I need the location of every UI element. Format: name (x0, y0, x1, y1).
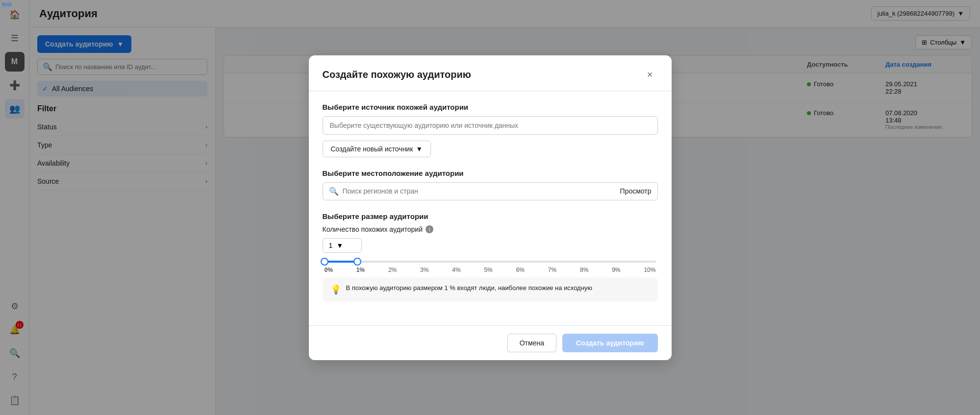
slider-label-5: 5% (484, 267, 492, 273)
size-section-label: Выберите размер аудитории (323, 212, 658, 220)
count-dropdown[interactable]: 1 ▼ (323, 238, 362, 253)
slider-label-4: 4% (452, 267, 460, 273)
slider-label-7: 7% (548, 267, 556, 273)
modal-title: Создайте похожую аудиторию (323, 69, 471, 80)
modal-body: Выберите источник похожей аудитории Созд… (309, 91, 672, 325)
modal-header: Создайте похожую аудиторию × (309, 55, 672, 91)
source-input[interactable] (323, 116, 658, 135)
test-badge: test (0, 0, 13, 9)
slider-label-0: 0% (325, 267, 333, 273)
slider-label-2: 2% (388, 267, 397, 273)
size-section: Выберите размер аудитории Количество пох… (323, 212, 658, 302)
modal-footer: Отмена Создать аудиторию (309, 325, 672, 360)
new-source-button[interactable]: Создайте новый источник ▼ (323, 141, 431, 157)
slider-label-3: 3% (420, 267, 428, 273)
location-search-icon: 🔍 (329, 187, 339, 196)
lightbulb-icon: 💡 (330, 284, 341, 295)
slider-labels: 0% 1% 2% 3% 4% 5% 6% 7% 8% 9% 10% (325, 267, 656, 273)
cancel-button[interactable]: Отмена (507, 334, 556, 352)
info-box: 💡 В похожую аудиторию размером 1 % входя… (323, 277, 658, 302)
modal: Создайте похожую аудиторию × Выберите ис… (309, 55, 672, 360)
location-search-input[interactable] (343, 187, 616, 195)
slider-label-8: 8% (580, 267, 588, 273)
slider-label-6: 6% (516, 267, 525, 273)
slider-thumb-left[interactable] (321, 258, 328, 266)
info-icon: i (426, 225, 433, 233)
audience-size-slider[interactable]: 0% 1% 2% 3% 4% 5% 6% 7% 8% 9% 10% (323, 261, 658, 273)
slider-thumb-right[interactable] (353, 258, 361, 266)
count-chevron-icon: ▼ (336, 242, 343, 249)
new-source-label: Создайте новый источник (331, 145, 413, 153)
source-section: Выберите источник похожей аудитории Созд… (323, 103, 658, 157)
create-lookalike-button[interactable]: Создать аудиторию (562, 334, 658, 352)
count-value: 1 (329, 242, 333, 249)
info-text: В похожую аудиторию размером 1 % входят … (346, 284, 593, 292)
modal-close-button[interactable]: × (642, 67, 658, 83)
location-search-wrap: 🔍 Просмотр (323, 182, 658, 200)
modal-overlay: Создайте похожую аудиторию × Выберите ис… (0, 0, 980, 415)
view-button[interactable]: Просмотр (620, 187, 652, 195)
slider-track (325, 261, 656, 263)
new-source-chevron-icon: ▼ (416, 145, 423, 153)
count-label: Количество похожих аудиторий i (323, 225, 658, 233)
slider-label-9: 9% (612, 267, 620, 273)
location-section-label: Выберите местоположение аудитории (323, 169, 658, 177)
source-section-label: Выберите источник похожей аудитории (323, 103, 658, 111)
location-section: Выберите местоположение аудитории 🔍 Прос… (323, 169, 658, 200)
slider-fill (325, 261, 358, 263)
slider-label-1: 1% (356, 267, 365, 273)
slider-label-10: 10% (644, 267, 655, 273)
